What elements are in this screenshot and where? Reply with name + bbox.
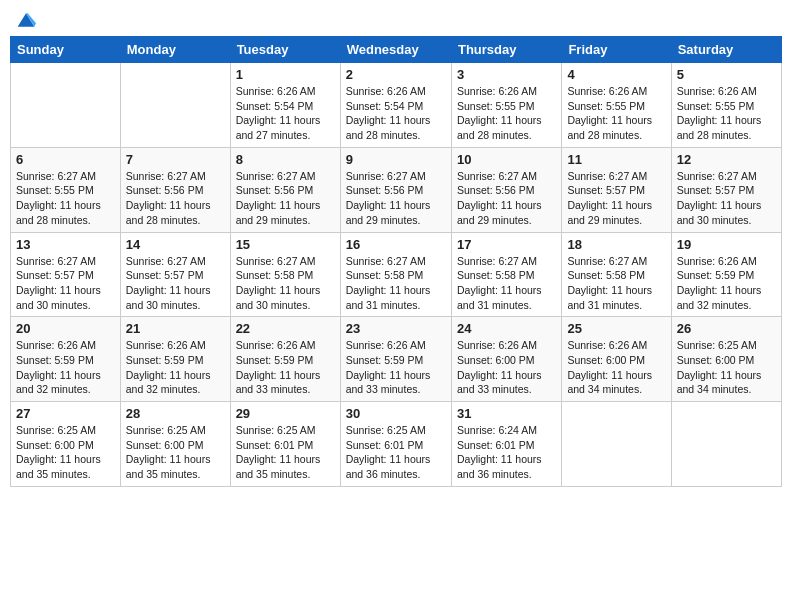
day-number: 17 <box>457 237 556 252</box>
calendar-week-3: 13Sunrise: 6:27 AMSunset: 5:57 PMDayligh… <box>11 232 782 317</box>
day-info: Sunrise: 6:24 AMSunset: 6:01 PMDaylight:… <box>457 423 556 482</box>
weekday-header-thursday: Thursday <box>451 37 561 63</box>
day-number: 25 <box>567 321 665 336</box>
day-info: Sunrise: 6:27 AMSunset: 5:55 PMDaylight:… <box>16 169 115 228</box>
day-info: Sunrise: 6:27 AMSunset: 5:58 PMDaylight:… <box>346 254 446 313</box>
day-number: 9 <box>346 152 446 167</box>
calendar-cell <box>11 63 121 148</box>
day-number: 20 <box>16 321 115 336</box>
calendar-week-2: 6Sunrise: 6:27 AMSunset: 5:55 PMDaylight… <box>11 147 782 232</box>
day-number: 24 <box>457 321 556 336</box>
day-info: Sunrise: 6:25 AMSunset: 6:00 PMDaylight:… <box>126 423 225 482</box>
day-info: Sunrise: 6:27 AMSunset: 5:58 PMDaylight:… <box>457 254 556 313</box>
calendar-cell: 24Sunrise: 6:26 AMSunset: 6:00 PMDayligh… <box>451 317 561 402</box>
calendar-week-4: 20Sunrise: 6:26 AMSunset: 5:59 PMDayligh… <box>11 317 782 402</box>
calendar-cell: 6Sunrise: 6:27 AMSunset: 5:55 PMDaylight… <box>11 147 121 232</box>
calendar-cell: 8Sunrise: 6:27 AMSunset: 5:56 PMDaylight… <box>230 147 340 232</box>
calendar-cell: 18Sunrise: 6:27 AMSunset: 5:58 PMDayligh… <box>562 232 671 317</box>
calendar-cell: 11Sunrise: 6:27 AMSunset: 5:57 PMDayligh… <box>562 147 671 232</box>
day-number: 29 <box>236 406 335 421</box>
calendar-cell: 22Sunrise: 6:26 AMSunset: 5:59 PMDayligh… <box>230 317 340 402</box>
calendar-body: 1Sunrise: 6:26 AMSunset: 5:54 PMDaylight… <box>11 63 782 487</box>
calendar-cell: 14Sunrise: 6:27 AMSunset: 5:57 PMDayligh… <box>120 232 230 317</box>
calendar-cell: 1Sunrise: 6:26 AMSunset: 5:54 PMDaylight… <box>230 63 340 148</box>
calendar-week-1: 1Sunrise: 6:26 AMSunset: 5:54 PMDaylight… <box>11 63 782 148</box>
day-number: 26 <box>677 321 776 336</box>
calendar-cell: 29Sunrise: 6:25 AMSunset: 6:01 PMDayligh… <box>230 402 340 487</box>
day-info: Sunrise: 6:27 AMSunset: 5:57 PMDaylight:… <box>677 169 776 228</box>
calendar-cell: 3Sunrise: 6:26 AMSunset: 5:55 PMDaylight… <box>451 63 561 148</box>
day-number: 18 <box>567 237 665 252</box>
day-info: Sunrise: 6:26 AMSunset: 6:00 PMDaylight:… <box>457 338 556 397</box>
calendar-cell: 13Sunrise: 6:27 AMSunset: 5:57 PMDayligh… <box>11 232 121 317</box>
logo <box>14 10 36 30</box>
calendar-cell <box>562 402 671 487</box>
calendar-cell: 30Sunrise: 6:25 AMSunset: 6:01 PMDayligh… <box>340 402 451 487</box>
day-info: Sunrise: 6:25 AMSunset: 6:00 PMDaylight:… <box>677 338 776 397</box>
calendar-cell: 7Sunrise: 6:27 AMSunset: 5:56 PMDaylight… <box>120 147 230 232</box>
calendar-week-5: 27Sunrise: 6:25 AMSunset: 6:00 PMDayligh… <box>11 402 782 487</box>
day-info: Sunrise: 6:26 AMSunset: 5:59 PMDaylight:… <box>126 338 225 397</box>
day-number: 19 <box>677 237 776 252</box>
day-info: Sunrise: 6:27 AMSunset: 5:57 PMDaylight:… <box>16 254 115 313</box>
day-info: Sunrise: 6:27 AMSunset: 5:57 PMDaylight:… <box>567 169 665 228</box>
weekday-header-wednesday: Wednesday <box>340 37 451 63</box>
calendar-cell: 21Sunrise: 6:26 AMSunset: 5:59 PMDayligh… <box>120 317 230 402</box>
day-number: 28 <box>126 406 225 421</box>
calendar-cell: 28Sunrise: 6:25 AMSunset: 6:00 PMDayligh… <box>120 402 230 487</box>
day-info: Sunrise: 6:27 AMSunset: 5:58 PMDaylight:… <box>567 254 665 313</box>
day-number: 3 <box>457 67 556 82</box>
calendar-cell: 5Sunrise: 6:26 AMSunset: 5:55 PMDaylight… <box>671 63 781 148</box>
day-info: Sunrise: 6:27 AMSunset: 5:58 PMDaylight:… <box>236 254 335 313</box>
calendar-cell <box>671 402 781 487</box>
day-info: Sunrise: 6:26 AMSunset: 5:59 PMDaylight:… <box>236 338 335 397</box>
day-info: Sunrise: 6:25 AMSunset: 6:01 PMDaylight:… <box>236 423 335 482</box>
day-info: Sunrise: 6:25 AMSunset: 6:00 PMDaylight:… <box>16 423 115 482</box>
day-number: 22 <box>236 321 335 336</box>
day-number: 14 <box>126 237 225 252</box>
day-number: 12 <box>677 152 776 167</box>
day-number: 30 <box>346 406 446 421</box>
day-info: Sunrise: 6:26 AMSunset: 6:00 PMDaylight:… <box>567 338 665 397</box>
day-info: Sunrise: 6:26 AMSunset: 5:59 PMDaylight:… <box>346 338 446 397</box>
day-number: 11 <box>567 152 665 167</box>
weekday-header-tuesday: Tuesday <box>230 37 340 63</box>
calendar-cell: 25Sunrise: 6:26 AMSunset: 6:00 PMDayligh… <box>562 317 671 402</box>
day-info: Sunrise: 6:27 AMSunset: 5:56 PMDaylight:… <box>236 169 335 228</box>
day-number: 16 <box>346 237 446 252</box>
day-info: Sunrise: 6:26 AMSunset: 5:59 PMDaylight:… <box>16 338 115 397</box>
day-number: 4 <box>567 67 665 82</box>
logo-icon <box>16 10 36 30</box>
day-info: Sunrise: 6:26 AMSunset: 5:54 PMDaylight:… <box>236 84 335 143</box>
day-info: Sunrise: 6:26 AMSunset: 5:55 PMDaylight:… <box>677 84 776 143</box>
page-header <box>10 10 782 30</box>
day-info: Sunrise: 6:27 AMSunset: 5:56 PMDaylight:… <box>126 169 225 228</box>
calendar-cell: 12Sunrise: 6:27 AMSunset: 5:57 PMDayligh… <box>671 147 781 232</box>
weekday-header-sunday: Sunday <box>11 37 121 63</box>
day-info: Sunrise: 6:26 AMSunset: 5:55 PMDaylight:… <box>457 84 556 143</box>
calendar-cell: 19Sunrise: 6:26 AMSunset: 5:59 PMDayligh… <box>671 232 781 317</box>
day-info: Sunrise: 6:27 AMSunset: 5:56 PMDaylight:… <box>346 169 446 228</box>
day-number: 6 <box>16 152 115 167</box>
day-number: 15 <box>236 237 335 252</box>
calendar-cell: 31Sunrise: 6:24 AMSunset: 6:01 PMDayligh… <box>451 402 561 487</box>
calendar-cell: 17Sunrise: 6:27 AMSunset: 5:58 PMDayligh… <box>451 232 561 317</box>
weekday-header-friday: Friday <box>562 37 671 63</box>
day-number: 5 <box>677 67 776 82</box>
day-info: Sunrise: 6:27 AMSunset: 5:56 PMDaylight:… <box>457 169 556 228</box>
calendar-cell: 15Sunrise: 6:27 AMSunset: 5:58 PMDayligh… <box>230 232 340 317</box>
calendar-cell: 4Sunrise: 6:26 AMSunset: 5:55 PMDaylight… <box>562 63 671 148</box>
calendar-cell: 9Sunrise: 6:27 AMSunset: 5:56 PMDaylight… <box>340 147 451 232</box>
day-number: 27 <box>16 406 115 421</box>
calendar-cell: 10Sunrise: 6:27 AMSunset: 5:56 PMDayligh… <box>451 147 561 232</box>
day-number: 10 <box>457 152 556 167</box>
day-number: 23 <box>346 321 446 336</box>
day-info: Sunrise: 6:25 AMSunset: 6:01 PMDaylight:… <box>346 423 446 482</box>
calendar-cell <box>120 63 230 148</box>
calendar-table: SundayMondayTuesdayWednesdayThursdayFrid… <box>10 36 782 487</box>
day-number: 2 <box>346 67 446 82</box>
weekday-header-saturday: Saturday <box>671 37 781 63</box>
day-info: Sunrise: 6:26 AMSunset: 5:55 PMDaylight:… <box>567 84 665 143</box>
day-number: 21 <box>126 321 225 336</box>
day-info: Sunrise: 6:27 AMSunset: 5:57 PMDaylight:… <box>126 254 225 313</box>
